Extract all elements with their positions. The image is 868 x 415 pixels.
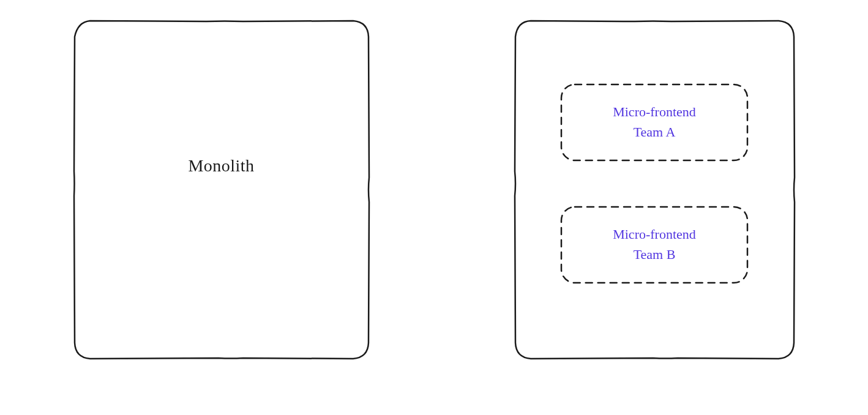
microfrontend-a-border	[559, 83, 749, 162]
monolith-label: Monolith	[188, 156, 254, 176]
microfrontend-b-label-line2: Team B	[634, 246, 676, 264]
microfrontend-container: Micro-frontend Team A Micro-frontend Tea…	[512, 18, 797, 361]
microfrontend-team-b: Micro-frontend Team B	[559, 205, 749, 285]
microfrontend-a-label-line1: Micro-frontend	[613, 103, 696, 121]
monolith-border	[72, 18, 372, 361]
svg-rect-0	[561, 84, 747, 160]
microfrontend-a-label-line2: Team A	[634, 124, 676, 141]
microfrontend-b-border	[559, 205, 749, 285]
monolith-container: Monolith	[72, 18, 372, 361]
microfrontend-border	[512, 18, 797, 361]
microfrontend-team-a: Micro-frontend Team A	[559, 83, 749, 162]
svg-rect-1	[561, 207, 747, 283]
microfrontend-b-label-line1: Micro-frontend	[613, 226, 696, 244]
